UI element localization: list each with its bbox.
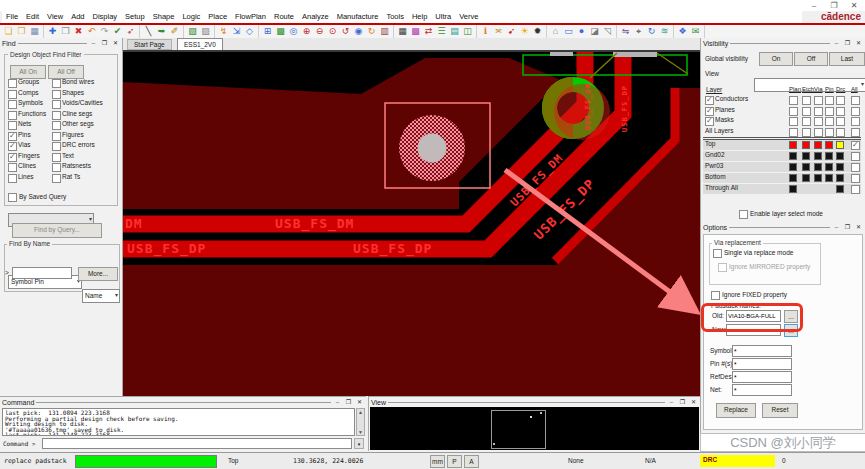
dehighlight-icon[interactable]: ☀	[518, 25, 531, 37]
filter-checkbox-shapes[interactable]	[52, 90, 61, 99]
pane-minimize-icon[interactable]: –	[333, 398, 342, 406]
padstack-editor-icon[interactable]: ❖	[676, 25, 689, 37]
add-vertex-icon[interactable]: ◇	[243, 25, 256, 37]
find-by-query-button[interactable]: Find by Query...	[12, 223, 102, 238]
layer-color-swatch[interactable]	[802, 174, 810, 182]
menu-logic[interactable]: Logic	[178, 11, 204, 22]
layer-grid-checkbox[interactable]	[789, 96, 798, 105]
command-input[interactable]	[42, 438, 352, 449]
layer-color-swatch[interactable]	[802, 152, 810, 160]
fix-icon[interactable]: ✔	[111, 25, 124, 37]
pane-close-icon[interactable]: ✕	[689, 398, 698, 406]
menu-view[interactable]: View	[43, 11, 67, 22]
menu-help[interactable]: Help	[408, 11, 431, 22]
command-history-dropdown[interactable]: ▾	[354, 438, 364, 449]
menu-tools[interactable]: Tools	[382, 11, 408, 22]
layer-color-swatch[interactable]	[825, 152, 833, 160]
shape-edit-icon[interactable]: ▨	[199, 25, 212, 37]
layer-grid-checkbox[interactable]	[814, 117, 823, 126]
layer-grid-checkbox[interactable]	[851, 107, 860, 116]
net-input[interactable]	[732, 384, 792, 396]
by-saved-query-checkbox[interactable]	[8, 193, 17, 202]
menu-shape[interactable]: Shape	[149, 11, 179, 22]
slide-icon[interactable]: ✐	[168, 25, 181, 37]
menu-place[interactable]: Place	[204, 11, 231, 22]
zoom-by-points-icon[interactable]: ◎	[287, 25, 300, 37]
flip-design-icon[interactable]: ⇋	[619, 25, 632, 37]
layer-grid-checkbox[interactable]	[789, 128, 798, 137]
layer-priority-icon[interactable]: ☰	[435, 25, 448, 37]
filter-checkbox-groups[interactable]	[8, 79, 17, 88]
filter-checkbox-drc-errors[interactable]	[52, 142, 61, 151]
filter-checkbox-clines[interactable]	[8, 163, 17, 172]
add-connect-icon[interactable]: ➥	[155, 25, 168, 37]
global-visibility-last-button[interactable]: Last	[829, 52, 865, 66]
filter-checkbox-bond-wires[interactable]	[52, 79, 61, 88]
pane-minimize-icon[interactable]: –	[832, 223, 841, 231]
status-button-a[interactable]: A	[464, 455, 479, 468]
pane-float-icon[interactable]: ❐	[843, 223, 852, 231]
layer-color-swatch[interactable]	[789, 141, 797, 149]
layer-color-swatch[interactable]	[836, 152, 844, 160]
filter-checkbox-pins[interactable]	[8, 132, 17, 141]
command-log[interactable]: last pick: 131.0894 223.3168Performing a…	[2, 408, 355, 436]
replace-button[interactable]: Replace	[716, 403, 756, 418]
pin-numbers-input[interactable]	[732, 358, 792, 370]
cross-section-icon[interactable]: ▥	[378, 25, 391, 37]
pane-close-icon[interactable]: ✕	[854, 223, 863, 231]
shape-select-icon[interactable]: ◪	[588, 25, 601, 37]
layer-grid-checkbox[interactable]	[825, 107, 834, 116]
layer-color-swatch[interactable]	[825, 141, 833, 149]
layer-color-swatch[interactable]	[802, 163, 810, 171]
layer-color-swatch[interactable]	[825, 174, 833, 182]
visibility-masks-checkbox[interactable]	[705, 117, 714, 126]
pane-float-icon[interactable]: ❐	[843, 39, 852, 47]
status-drc-indicator[interactable]: DRC	[700, 455, 775, 467]
delete-icon[interactable]: ✖	[72, 25, 85, 37]
rotate-icon[interactable]: ↻	[645, 25, 658, 37]
pane-float-icon[interactable]: ❐	[678, 398, 687, 406]
old-padstack-browse-button[interactable]: ...	[784, 310, 798, 323]
all-off-button[interactable]: All Off	[48, 65, 84, 79]
move-icon[interactable]: ✚	[46, 25, 59, 37]
menu-edit[interactable]: Edit	[22, 11, 43, 22]
xsection-editor-icon[interactable]: ▤	[448, 25, 461, 37]
layer-grid-checkbox[interactable]	[789, 107, 798, 116]
menu-ultra[interactable]: Ultra	[431, 11, 455, 22]
highlight-icon[interactable]: ➹	[505, 25, 518, 37]
layer-grid-checkbox[interactable]	[789, 117, 798, 126]
layer-color-swatch[interactable]	[814, 152, 822, 160]
component-pad[interactable]	[613, 52, 657, 57]
visibility-conductors-checkbox[interactable]	[705, 96, 714, 105]
layer-grid-checkbox[interactable]	[814, 96, 823, 105]
command-scrollbar[interactable]: ▲ ▼	[356, 408, 365, 436]
filter-checkbox-vias[interactable]	[8, 142, 17, 151]
layer-color-swatch[interactable]	[789, 174, 797, 182]
menu-add[interactable]: Add	[67, 11, 88, 22]
layer-grid-checkbox[interactable]	[836, 96, 845, 105]
layer-color-swatch[interactable]	[814, 174, 822, 182]
layer-color-swatch[interactable]	[789, 185, 797, 193]
filter-checkbox-ratsnests[interactable]	[52, 163, 61, 172]
menu-file[interactable]: File	[2, 11, 22, 22]
shape-void-icon[interactable]: ◹	[601, 25, 614, 37]
layer-visible-checkbox[interactable]	[851, 185, 860, 194]
more-button[interactable]: More...	[78, 267, 118, 281]
route-connect-icon[interactable]: ↯	[217, 25, 230, 37]
grid-toggle-icon[interactable]: ▦	[396, 25, 409, 37]
window-minimize-button[interactable]: –	[807, 1, 821, 10]
status-button-mm[interactable]: mm	[430, 455, 445, 468]
filter-checkbox-text[interactable]	[52, 153, 61, 162]
filter-checkbox-voids-cavities[interactable]	[52, 100, 61, 109]
layer-color-swatch[interactable]	[836, 163, 844, 171]
copy-icon[interactable]: ❒	[59, 25, 72, 37]
pane-close-icon[interactable]: ✕	[111, 39, 120, 47]
redo-icon[interactable]: ↷	[98, 25, 111, 37]
shape-rect-icon[interactable]: ▭	[562, 25, 575, 37]
single-via-replace-checkbox[interactable]	[713, 249, 722, 258]
filter-checkbox-symbols[interactable]	[8, 100, 17, 109]
derive-icon[interactable]: ≋	[658, 25, 671, 37]
window-restore-button[interactable]: ❐	[827, 1, 841, 10]
layer-grid-checkbox[interactable]	[825, 96, 834, 105]
show-measure-icon[interactable]: ≍	[492, 25, 505, 37]
